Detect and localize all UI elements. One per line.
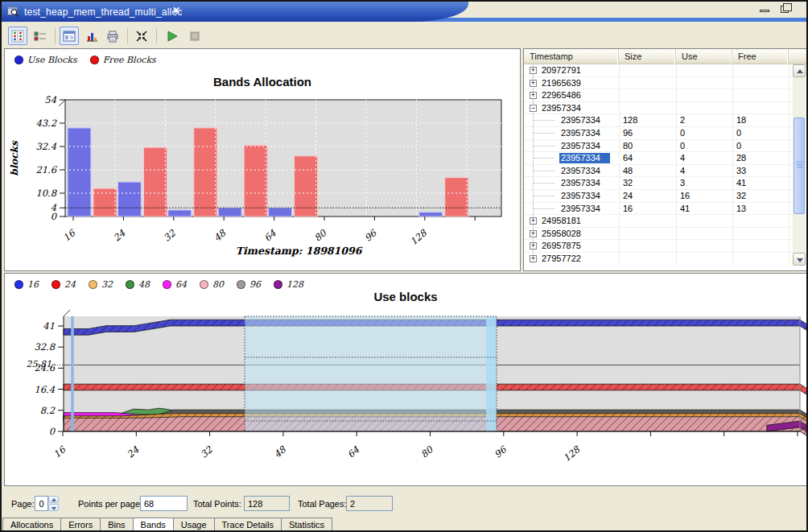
legend-color-icon bbox=[126, 280, 134, 289]
table-row[interactable]: +27957722 bbox=[524, 253, 793, 263]
timestamp-cell: 23957334 bbox=[542, 103, 581, 113]
expand-node-icon[interactable]: + bbox=[530, 67, 537, 74]
legend-label: Free Blocks bbox=[103, 55, 156, 65]
scrollbar-thumb[interactable] bbox=[794, 118, 805, 214]
collapse-node-icon[interactable]: − bbox=[530, 105, 537, 112]
legend-item: 96 bbox=[237, 279, 261, 290]
legend-color-icon bbox=[274, 280, 282, 289]
expand-node-icon[interactable]: + bbox=[530, 217, 537, 225]
table-row[interactable]: 23957334128218 bbox=[524, 114, 793, 127]
paging-controls: Page: Points per page: Total Points: Tot… bbox=[2, 488, 806, 517]
svg-text:64: 64 bbox=[345, 443, 362, 460]
scroll-up-icon[interactable] bbox=[793, 64, 806, 77]
timestamp-cell: 25958028 bbox=[542, 229, 581, 238]
collapse-all-icon[interactable] bbox=[132, 27, 151, 45]
timestamp-cell[interactable]: 23957334 bbox=[561, 178, 600, 188]
table-row[interactable]: +26957875 bbox=[524, 240, 793, 253]
bands-allocation-chart[interactable]: 0410.821.632.443.254blocks16243248648096… bbox=[5, 96, 520, 271]
timestamp-cell[interactable]: 23957334 bbox=[561, 204, 600, 213]
legend-color-icon bbox=[200, 280, 208, 289]
table-row[interactable]: 2395733432341 bbox=[524, 177, 793, 190]
table-row[interactable]: +21965639 bbox=[524, 77, 793, 90]
table-row[interactable]: 2395733464428 bbox=[524, 152, 793, 165]
table-row[interactable]: +20972791 bbox=[524, 64, 793, 77]
free-cell: 13 bbox=[736, 204, 746, 213]
svg-text:16.4: 16.4 bbox=[34, 384, 55, 395]
legend-label: 80 bbox=[212, 279, 224, 290]
svg-text:80: 80 bbox=[418, 443, 435, 460]
page-spinner[interactable] bbox=[48, 496, 60, 511]
list-view-icon[interactable] bbox=[31, 27, 50, 45]
timestamp-cell[interactable]: 23957334 bbox=[561, 128, 600, 138]
timestamp-cell: 22965486 bbox=[542, 90, 581, 100]
total-points-field bbox=[244, 496, 290, 511]
legend-item: 32 bbox=[89, 279, 113, 290]
use-cell: 0 bbox=[680, 141, 685, 151]
table-row[interactable]: 239573349600 bbox=[524, 127, 793, 140]
tab-usage[interactable]: Usage bbox=[173, 518, 215, 532]
spinner-up-icon[interactable] bbox=[48, 496, 59, 503]
table-scrollbar[interactable] bbox=[793, 64, 806, 266]
legend-color-icon bbox=[14, 56, 23, 64]
tab-errors[interactable]: Errors bbox=[60, 518, 101, 532]
timestamp-cell[interactable]: 23957334 bbox=[561, 141, 600, 151]
timestamp-cell[interactable]: 23957334 bbox=[561, 191, 600, 200]
expand-node-icon[interactable]: + bbox=[530, 255, 537, 262]
column-header-size[interactable]: Size bbox=[619, 49, 676, 64]
table-row[interactable]: 239573348000 bbox=[524, 140, 793, 153]
tab-statistics[interactable]: Statistics bbox=[281, 518, 332, 532]
selected-timestamp-cell[interactable]: 23957334 bbox=[559, 153, 610, 163]
bar-chart-icon[interactable] bbox=[82, 27, 101, 45]
tree-branch-line bbox=[534, 133, 554, 134]
size-cell: 16 bbox=[623, 204, 633, 213]
use-blocks-panel: 16243248648096128 Use blocks 08.216.424.… bbox=[4, 273, 807, 486]
play-icon[interactable] bbox=[163, 27, 182, 45]
active-tab[interactable]: test_heap_mem_thread_multi_alloc ✕ bbox=[2, 2, 468, 22]
minimize-icon[interactable] bbox=[760, 10, 769, 12]
page-input[interactable] bbox=[35, 496, 48, 511]
table-row[interactable]: 23957334164113 bbox=[524, 203, 793, 216]
column-header-free[interactable]: Free bbox=[732, 49, 789, 64]
tab-bands[interactable]: Bands bbox=[133, 518, 174, 532]
svg-text:80: 80 bbox=[312, 226, 329, 243]
legend-label: 32 bbox=[101, 279, 113, 290]
tab-bins[interactable]: Bins bbox=[100, 518, 133, 532]
tree-branch-line bbox=[534, 171, 554, 171]
column-header-use[interactable]: Use bbox=[676, 49, 732, 64]
timestamp-cell: 24958181 bbox=[542, 216, 581, 225]
timestamp-cell[interactable]: 23957334 bbox=[561, 115, 600, 125]
chart-view-icon[interactable] bbox=[60, 27, 79, 45]
print-icon[interactable] bbox=[103, 27, 122, 45]
points-per-page-input[interactable] bbox=[140, 496, 188, 511]
svg-text:54: 54 bbox=[44, 96, 56, 105]
tile-view-icon[interactable] bbox=[8, 27, 27, 45]
column-header-timestamp[interactable]: Timestamp bbox=[524, 49, 619, 64]
spinner-down-icon[interactable] bbox=[48, 504, 59, 511]
table-row[interactable]: +25958028 bbox=[524, 228, 793, 241]
bands-chart-title: Bands Allocation bbox=[5, 75, 520, 89]
table-row[interactable]: −23957334 bbox=[524, 102, 793, 115]
table-row[interactable]: +22965486 bbox=[524, 89, 793, 102]
svg-text:96: 96 bbox=[493, 443, 509, 460]
tab-title: test_heap_mem_thread_multi_alloc bbox=[24, 6, 183, 18]
free-cell: 33 bbox=[736, 166, 746, 175]
scroll-down-icon[interactable] bbox=[793, 253, 806, 266]
tree-branch-line bbox=[534, 146, 554, 146]
table-row[interactable]: +24958181 bbox=[524, 215, 793, 228]
table-row[interactable]: 23957334241632 bbox=[524, 190, 793, 203]
table-header[interactable]: TimestampSizeUseFree bbox=[524, 49, 806, 64]
restore-icon[interactable] bbox=[781, 6, 789, 13]
timestamp-cell[interactable]: 23957334 bbox=[561, 166, 600, 175]
expand-node-icon[interactable]: + bbox=[530, 80, 537, 87]
free-cell: 0 bbox=[736, 141, 741, 151]
expand-node-icon[interactable]: + bbox=[530, 242, 537, 250]
tab-trace-details[interactable]: Trace Details bbox=[214, 518, 282, 532]
expand-node-icon[interactable]: + bbox=[530, 230, 537, 237]
table-row[interactable]: 2395733448433 bbox=[524, 165, 793, 178]
svg-text:96: 96 bbox=[362, 226, 379, 243]
use-blocks-chart[interactable]: 08.216.424.632.84125.8116243248648096128 bbox=[5, 307, 806, 485]
close-icon[interactable]: ✕ bbox=[172, 5, 180, 16]
tab-allocations[interactable]: Allocations bbox=[2, 518, 61, 532]
size-cell: 80 bbox=[623, 141, 633, 151]
expand-node-icon[interactable]: + bbox=[530, 92, 537, 99]
